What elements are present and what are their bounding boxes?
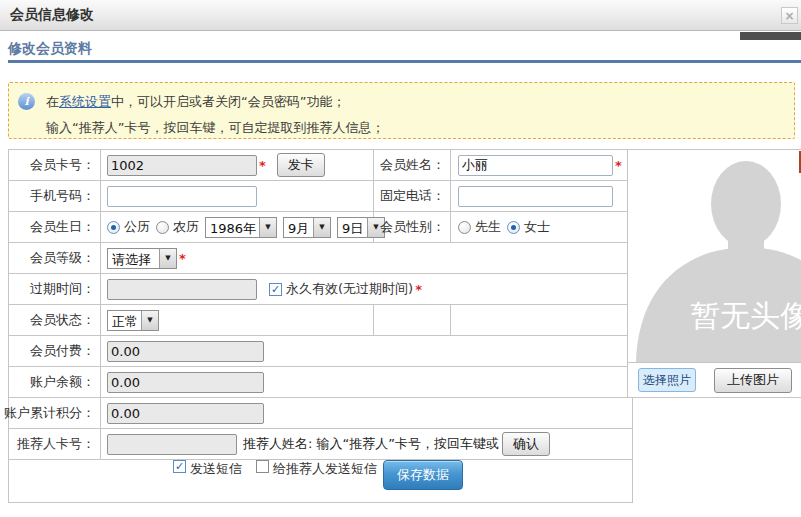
close-icon: × bbox=[784, 9, 794, 23]
card-number-label: 会员卡号： bbox=[9, 150, 101, 180]
window-title: 会员信息修改 bbox=[10, 6, 94, 24]
send-sms-checkbox[interactable]: ✓ bbox=[173, 460, 186, 473]
row-footer: ✓ 发送短信 给推荐人发送短信 保存数据 bbox=[9, 460, 632, 503]
row-mobile: 手机号码： 固定电话： bbox=[9, 181, 632, 212]
status-label: 会员状态： bbox=[9, 305, 101, 335]
upload-image-button[interactable]: 上传图片 bbox=[714, 368, 792, 393]
row-points: 账户累计积分： bbox=[9, 398, 632, 429]
notice-line2: 输入“推荐人”卡号，按回车键，可自定提取到推荐人信息； bbox=[46, 119, 384, 137]
member-form-table: 会员卡号： * 发卡 会员姓名： * 手机号码： 固定电话： 会员生日： 公历 … bbox=[8, 149, 633, 503]
balance-input[interactable] bbox=[107, 372, 264, 393]
birth-month-select[interactable]: 9月 ▼ bbox=[283, 217, 331, 238]
check-icon: ✓ bbox=[175, 461, 184, 472]
photo-panel: 暂无头像 选择照片 上传图片 bbox=[627, 149, 801, 398]
forever-valid-label: 永久有效(无过期时间) bbox=[286, 280, 413, 298]
row-referrer: 推荐人卡号： 推荐人姓名: 输入“推荐人”卡号，按回车键或 确认 bbox=[9, 429, 632, 460]
birthday-label: 会员生日： bbox=[9, 212, 101, 242]
choose-photo-button[interactable]: 选择照片 bbox=[638, 368, 696, 392]
row-level: 会员等级： 请选择 ▼ * bbox=[9, 243, 632, 274]
referrer-label: 推荐人卡号： bbox=[9, 429, 101, 459]
points-input[interactable] bbox=[107, 403, 264, 424]
gender-label: 会员性别： bbox=[374, 212, 451, 242]
window-titlebar: 会员信息修改 bbox=[0, 0, 801, 31]
paid-input[interactable] bbox=[107, 341, 264, 362]
telephone-label: 固定电话： bbox=[374, 181, 451, 211]
referrer-card-input[interactable] bbox=[107, 434, 237, 455]
row-card-number: 会员卡号： * 发卡 会员姓名： * bbox=[9, 150, 632, 181]
send-sms-label: 发送短信 bbox=[190, 460, 242, 503]
required-asterisk: * bbox=[259, 158, 266, 173]
mobile-input[interactable] bbox=[107, 186, 257, 207]
notice-line1-rest: 中，可以开启或者关闭“会员密码”功能； bbox=[111, 94, 345, 109]
solar-calendar-label: 公历 bbox=[124, 218, 150, 236]
level-label: 会员等级： bbox=[9, 243, 101, 273]
male-radio[interactable] bbox=[458, 221, 471, 234]
expire-input[interactable] bbox=[107, 279, 257, 300]
save-button[interactable]: 保存数据 bbox=[383, 460, 463, 490]
row-paid: 会员付费： bbox=[9, 336, 632, 367]
empty-cell bbox=[451, 305, 632, 335]
chevron-down-icon: ▼ bbox=[313, 218, 330, 237]
referrer-hint: 推荐人姓名: 输入“推荐人”卡号，按回车键或 bbox=[243, 435, 499, 453]
row-expire: 过期时间： ✓ 永久有效(无过期时间) * bbox=[9, 274, 632, 305]
required-asterisk: * bbox=[615, 158, 622, 173]
row-balance: 账户余额： bbox=[9, 367, 632, 398]
send-referrer-sms-checkbox[interactable] bbox=[256, 460, 269, 473]
solar-calendar-radio[interactable] bbox=[107, 221, 120, 234]
chevron-down-icon: ▼ bbox=[259, 218, 276, 237]
balance-label: 账户余额： bbox=[9, 367, 101, 397]
system-settings-link[interactable]: 系统设置 bbox=[59, 94, 111, 109]
required-asterisk: * bbox=[415, 282, 422, 297]
required-asterisk: * bbox=[179, 251, 186, 266]
level-select[interactable]: 请选择 ▼ bbox=[107, 248, 177, 269]
notice-line1: 在系统设置中，可以开启或者关闭“会员密码”功能； bbox=[46, 93, 345, 111]
female-radio[interactable] bbox=[507, 221, 520, 234]
page-title: 修改会员资料 bbox=[8, 40, 92, 58]
row-status: 会员状态： 正常 ▼ bbox=[9, 305, 632, 336]
notice-prefix: 在 bbox=[46, 94, 59, 109]
photo-buttons-row: 选择照片 上传图片 bbox=[628, 363, 801, 397]
expire-label: 过期时间： bbox=[9, 274, 101, 304]
mobile-label: 手机号码： bbox=[9, 181, 101, 211]
send-referrer-sms-label: 给推荐人发送短信 bbox=[273, 460, 377, 503]
lunar-calendar-label: 农历 bbox=[173, 218, 199, 236]
background-window-edge bbox=[740, 32, 801, 40]
notice-box: i 在系统设置中，可以开启或者关闭“会员密码”功能； 输入“推荐人”卡号，按回车… bbox=[8, 82, 795, 139]
section-underline bbox=[8, 60, 801, 63]
status-select[interactable]: 正常 ▼ bbox=[107, 310, 159, 331]
paid-label: 会员付费： bbox=[9, 336, 101, 366]
close-button[interactable]: × bbox=[781, 7, 798, 24]
info-icon: i bbox=[18, 93, 35, 110]
confirm-button[interactable]: 确认 bbox=[502, 432, 550, 456]
points-label: 账户累计积分： bbox=[9, 398, 101, 428]
card-number-input[interactable] bbox=[107, 155, 257, 176]
lunar-calendar-radio[interactable] bbox=[156, 221, 169, 234]
empty-cell bbox=[374, 305, 451, 335]
male-label: 先生 bbox=[475, 218, 501, 236]
avatar-placeholder: 暂无头像 bbox=[628, 150, 801, 363]
chevron-down-icon: ▼ bbox=[141, 311, 158, 330]
birth-year-select[interactable]: 1986年 ▼ bbox=[205, 217, 277, 238]
forever-valid-checkbox[interactable]: ✓ bbox=[269, 283, 282, 296]
female-label: 女士 bbox=[524, 218, 550, 236]
telephone-input[interactable] bbox=[458, 186, 613, 207]
issue-card-button[interactable]: 发卡 bbox=[277, 153, 325, 177]
row-birthday: 会员生日： 公历 农历 1986年 ▼ 9月 ▼ 9日 ▼ 会员性别： 先生 bbox=[9, 212, 632, 243]
member-name-label: 会员姓名： bbox=[374, 150, 451, 180]
member-name-input[interactable] bbox=[458, 155, 613, 176]
check-icon: ✓ bbox=[271, 284, 280, 295]
no-avatar-text: 暂无头像 bbox=[690, 296, 801, 337]
chevron-down-icon: ▼ bbox=[159, 249, 176, 268]
